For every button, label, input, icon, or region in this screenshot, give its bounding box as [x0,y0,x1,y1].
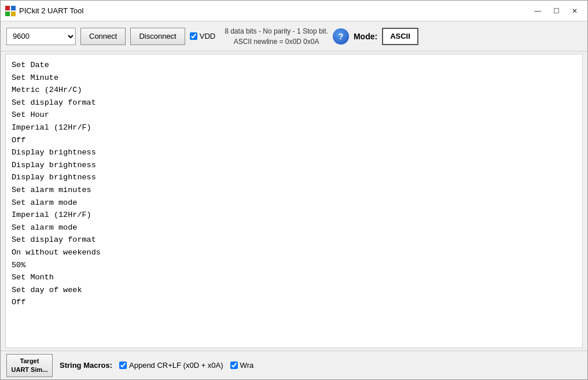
terminal-line: Display brightness [12,171,576,184]
svg-rect-3 [11,12,16,16]
vdd-label: VDD [200,32,215,40]
vdd-checkbox-input[interactable] [190,32,197,40]
target-uart-button[interactable]: TargetUART Sim... [6,354,53,377]
svg-rect-0 [5,6,10,10]
minimize-button[interactable]: — [530,5,546,17]
terminal-line: Set Hour [12,109,576,121]
maximize-button[interactable]: ☐ [548,5,564,17]
baud-rate-select[interactable]: 9600 19200 38400 57600 115200 [6,28,76,45]
connect-button[interactable]: Connect [80,28,126,45]
target-btn-text: TargetUART Sim... [12,357,48,374]
terminal-line: Display brightness [12,159,576,172]
wra-text: Wra [240,361,254,370]
terminal-line: Set display format [12,234,576,246]
terminal-output[interactable]: Set DateSet MinuteMetric (24Hr/C)Set dis… [5,54,583,348]
info-text: 8 data bits - No parity - 1 Stop bit. AS… [225,26,328,47]
mode-value-button[interactable]: ASCII [382,28,418,45]
svg-rect-2 [5,12,10,16]
terminal-line: Set display format [12,97,576,109]
main-window: PICkit 2 UART Tool — ☐ ✕ 9600 19200 3840… [0,0,588,380]
info-line1: 8 data bits - No parity - 1 Stop bit. [225,27,328,35]
terminal-line: Set alarm mode [12,197,576,209]
title-bar-left: PICkit 2 UART Tool [5,6,83,16]
window-title: PICkit 2 UART Tool [19,6,83,15]
terminal-line: On without weekends [12,246,576,259]
toolbar: 9600 19200 38400 57600 115200 Connect Di… [1,21,587,51]
main-area: Set DateSet MinuteMetric (24Hr/C)Set dis… [1,51,587,351]
svg-rect-1 [11,6,16,10]
mode-label: Mode: [354,32,377,41]
terminal-line: Off [12,134,576,147]
terminal-line: Set Minute [12,72,576,84]
title-bar-controls: — ☐ ✕ [530,5,583,17]
terminal-line: Set Date [12,59,576,72]
disconnect-button[interactable]: Disconnect [130,28,185,45]
terminal-line: Set alarm mode [12,222,576,234]
wra-checkbox[interactable] [230,361,238,369]
terminal-line: Set Month [12,271,576,284]
info-line2: ASCII newline = 0x0D 0x0A [234,38,319,46]
app-icon [5,6,16,16]
bottom-bar: TargetUART Sim... String Macros: Append … [1,351,587,379]
terminal-line: 50% [12,259,576,272]
title-bar: PICkit 2 UART Tool — ☐ ✕ [1,1,587,21]
append-crlf-checkbox[interactable] [119,361,127,369]
terminal-line: Imperial (12Hr/F) [12,121,576,134]
terminal-line: Off [12,296,576,309]
terminal-line: Display brightness [12,146,576,159]
append-crlf-label[interactable]: Append CR+LF (x0D + x0A) [119,361,223,370]
vdd-checkbox-label[interactable]: VDD [190,32,215,40]
string-macros-label: String Macros: [60,361,112,370]
terminal-line: Metric (24Hr/C) [12,84,576,97]
close-button[interactable]: ✕ [567,5,583,17]
terminal-line: Set alarm minutes [12,184,576,197]
append-crlf-text: Append CR+LF (x0D + x0A) [129,361,223,370]
terminal-line: Imperial (12Hr/F) [12,209,576,222]
wra-label[interactable]: Wra [230,361,254,370]
terminal-line: Set day of week [12,284,576,297]
help-button[interactable]: ? [333,28,349,45]
